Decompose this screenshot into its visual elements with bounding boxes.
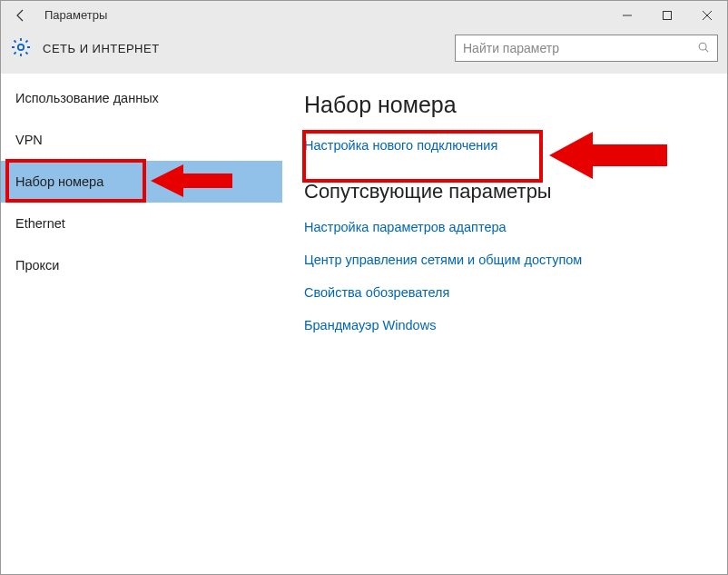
search-input[interactable] xyxy=(463,41,697,55)
svg-line-4 xyxy=(705,49,708,52)
arrow-left-icon xyxy=(14,8,28,23)
window-title: Параметры xyxy=(41,8,607,22)
link-new-connection[interactable]: Настройка нового подключения xyxy=(304,138,705,153)
close-button[interactable] xyxy=(687,1,727,30)
content: Использование данных VPN Набор номера Et… xyxy=(1,74,727,574)
maximize-icon xyxy=(662,10,673,21)
sidebar-item-label: Прокси xyxy=(15,258,59,273)
svg-point-2 xyxy=(18,44,24,49)
link-windows-firewall[interactable]: Брандмауэр Windows xyxy=(304,318,705,332)
page-header-title: СЕТЬ И ИНТЕРНЕТ xyxy=(43,42,160,55)
sidebar-item-proxy[interactable]: Прокси xyxy=(1,244,282,286)
titlebar: Параметры xyxy=(1,1,727,30)
search-box[interactable] xyxy=(455,35,718,62)
back-button[interactable] xyxy=(1,1,41,29)
minimize-button[interactable] xyxy=(607,1,647,30)
search-icon xyxy=(697,41,710,56)
close-icon xyxy=(702,10,713,21)
window-controls xyxy=(607,1,727,30)
sidebar-item-vpn[interactable]: VPN xyxy=(1,119,282,161)
link-internet-options[interactable]: Свойства обозревателя xyxy=(304,285,705,300)
sidebar-item-label: Использование данных xyxy=(15,91,159,105)
link-adapter-settings[interactable]: Настройка параметров адаптера xyxy=(304,220,705,234)
sidebar: Использование данных VPN Набор номера Et… xyxy=(1,74,282,574)
main-pane: Набор номера Настройка нового подключени… xyxy=(282,74,727,574)
link-network-center[interactable]: Центр управления сетями и общим доступом xyxy=(304,253,705,267)
maximize-button[interactable] xyxy=(647,1,687,30)
page-title: Набор номера xyxy=(304,92,705,118)
sidebar-item-label: Ethernet xyxy=(15,216,65,231)
svg-point-3 xyxy=(699,43,706,50)
gear-icon xyxy=(10,36,32,61)
header-left: СЕТЬ И ИНТЕРНЕТ xyxy=(10,36,160,61)
sidebar-item-label: VPN xyxy=(15,133,43,147)
sidebar-item-ethernet[interactable]: Ethernet xyxy=(1,203,282,244)
svg-rect-1 xyxy=(664,11,672,19)
minimize-icon xyxy=(622,10,633,21)
sidebar-item-dialup[interactable]: Набор номера xyxy=(1,161,282,203)
header: СЕТЬ И ИНТЕРНЕТ xyxy=(1,30,727,74)
sidebar-item-label: Набор номера xyxy=(15,174,103,189)
sidebar-item-data-usage[interactable]: Использование данных xyxy=(1,77,282,119)
related-heading: Сопутсвующие параметры xyxy=(304,180,705,203)
